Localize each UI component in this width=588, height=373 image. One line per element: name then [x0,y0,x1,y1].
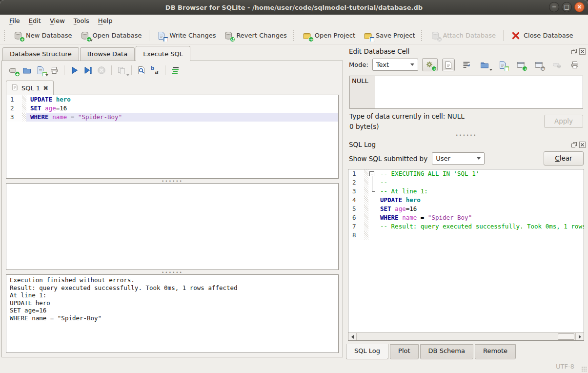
toolbar-separator [131,65,132,75]
sql-log-filter-select[interactable]: User [432,152,485,165]
import-data-button[interactable] [478,59,491,71]
mode-select[interactable]: Text [372,59,418,71]
toolbar-handle [4,30,6,41]
sql-editor[interactable]: 1UPDATE hero2SET age=163WHERE name = "Sp… [6,95,339,179]
execute-line-icon [83,65,93,75]
dock-tab-db-schema[interactable]: DB Schema [420,344,473,359]
fold-margin [368,222,376,231]
toolbar-button-new-database[interactable]: +New Database [9,29,76,42]
chevron-down-icon [410,63,414,66]
dock-area: Edit Database Cell Mode: Text → ■→∞ NULL [345,44,588,359]
float-dock-icon[interactable] [570,141,577,148]
menu-edit[interactable]: Edit [24,16,45,26]
format-sql-button[interactable] [169,64,182,76]
toolbar-button-revert-changes[interactable]: ↺Revert Changes [220,29,290,42]
toolbar-button-open-project[interactable]: →Open Project [298,29,359,42]
menu-tools[interactable]: Tools [69,16,94,26]
print-cell-icon [570,60,580,70]
splitter-handle[interactable]: •••••• [2,179,343,183]
save-sql-file-button[interactable]: ■ [34,64,47,76]
execute-all-button[interactable] [68,64,81,76]
attach-database-icon: ∞ [430,31,440,41]
export-results-icon [117,65,126,75]
toolbar-separator [111,65,112,75]
dock-tab-remote[interactable]: Remote [475,344,516,359]
dock-tab-bar: SQL LogPlotDB SchemaRemote [345,341,588,359]
line-number: 7 [348,222,364,231]
cell-size-text: 0 byte(s) [349,123,465,130]
float-dock-icon[interactable] [570,48,577,55]
sql-editor-toolbar: +■ba [2,61,343,78]
menu-help[interactable]: Help [94,16,117,26]
text-view-button[interactable] [442,59,455,71]
dropdown-caret-icon [126,74,129,76]
menu-file[interactable]: File [5,16,24,26]
scroll-left-icon[interactable] [348,333,357,340]
close-database-icon [511,31,521,41]
dock-tab-plot[interactable]: Plot [390,344,419,359]
tab-database-structure[interactable]: Database Structure [2,47,79,61]
word-wrap-icon [462,60,471,70]
close-dock-icon[interactable] [579,141,586,148]
minimize-button[interactable]: − [549,2,559,12]
find-replace-button[interactable]: ba [149,64,162,76]
toolbar-button-write-changes[interactable]: ■Write Changes [153,29,220,42]
fold-strip [364,222,368,231]
execute-sql-panel: +■ba SQL 1✖ 1UPDATE hero2SET age=163WHER… [1,61,343,357]
save-data-button[interactable]: ■ [496,59,509,71]
toolbar-separator [503,30,504,41]
edit-cell-dock-header: Edit Database Cell [345,44,588,57]
tab-browse-data[interactable]: Browse Data [80,47,135,61]
dock-tab-sql-log[interactable]: SQL Log [346,344,388,359]
open-sql-file-button[interactable] [20,64,33,76]
chevron-down-icon [477,157,481,160]
fold-strip [22,95,26,104]
clear-log-button[interactable]: Clear [544,151,584,166]
close-tab-icon[interactable]: ✖ [43,84,48,92]
dock-splitter-handle[interactable]: •••••• [345,132,588,138]
scrollbar-thumb[interactable] [558,333,574,340]
auto-apply-gear-button[interactable]: → [422,58,438,71]
scroll-right-icon[interactable] [575,333,584,340]
splitter-handle[interactable]: •••••• [2,270,343,274]
close-button[interactable]: × [574,2,585,12]
horizontal-scrollbar[interactable] [348,332,584,340]
title-bar[interactable]: DB Browser for SQLite - /home/user/code/… [0,0,588,15]
fold-strip [364,178,368,187]
revert-changes-icon: ↺ [223,31,233,41]
new-sql-tab-button[interactable]: + [7,64,20,76]
apply-button[interactable]: Apply [544,115,583,128]
fold-margin[interactable] [368,178,376,187]
print-cell-button[interactable] [568,59,581,71]
cell-value: NULL [352,77,368,84]
toolbar-button-save-project[interactable]: ■Save Project [359,29,419,42]
maximize-button[interactable]: □ [562,2,572,12]
execute-line-button[interactable] [81,64,94,76]
close-dock-icon[interactable] [579,48,586,55]
menu-view[interactable]: View [45,16,69,26]
cell-value-editor[interactable]: NULL [349,76,583,109]
word-wrap-button[interactable] [460,59,473,71]
stop-icon [97,65,106,75]
print-button[interactable] [48,64,61,76]
window-title: DB Browser for SQLite - /home/user/code/… [165,4,423,11]
toolbar-button-close-database[interactable]: Close Database [507,29,577,42]
open-external-button[interactable]: ∞ [532,59,545,71]
set-null-icon [552,60,562,70]
fold-margin[interactable] [368,169,376,178]
line-number: 2 [348,178,364,187]
sql-log-view[interactable]: 1-- EXECUTING ALL IN 'SQL 1'2--3-- At li… [348,169,584,341]
toolbar-separator [149,30,149,41]
fold-margin[interactable] [368,187,376,196]
toolbar-button-open-database[interactable]: →Open Database [76,29,146,42]
fold-strip [364,187,368,196]
fold-margin [368,213,376,222]
find-button[interactable] [135,64,148,76]
export-data-button[interactable]: → [514,59,527,71]
tab-execute-sql[interactable]: Execute SQL [136,46,190,61]
svg-text:b: b [151,65,154,71]
resize-grip[interactable] [581,366,587,372]
scrollbar-trough[interactable] [357,333,575,340]
results-grid[interactable] [6,183,339,270]
sql-tab-sql-1[interactable]: SQL 1✖ [6,81,54,95]
